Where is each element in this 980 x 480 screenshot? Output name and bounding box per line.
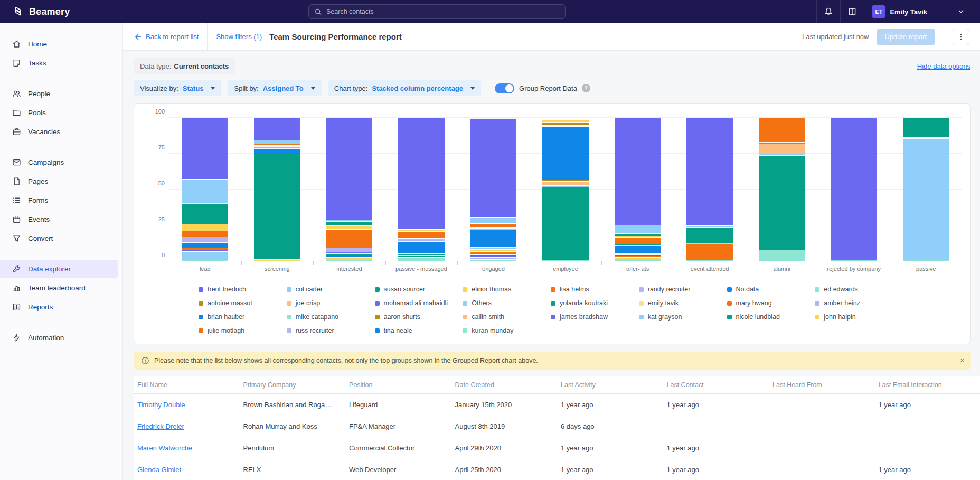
bar-segment-teal[interactable] [254,154,300,259]
knowledge-base-button[interactable] [841,0,864,23]
sidebar-item-pools[interactable]: Pools [0,103,118,121]
bar-segment-mint[interactable] [398,257,445,261]
bar-segment-lavender[interactable] [182,237,228,242]
bar-segment-indigo[interactable] [398,118,445,229]
legend-item-kat-grayson: kat grayson [639,313,722,321]
search-input[interactable] [326,8,560,15]
legend-item-trent-friedrich: trent friedrich [199,286,281,293]
sidebar-item-tasks[interactable]: Tasks [0,54,118,72]
legend-swatch [639,315,644,319]
bar-segment-mint[interactable] [759,250,805,261]
x-axis-label-employee: employee [530,262,602,272]
bar-segment-indigo[interactable] [470,118,516,217]
help-icon[interactable]: ? [582,84,590,92]
hide-data-options-link[interactable]: Hide data options [917,62,970,70]
bar-segment-mint[interactable] [831,260,877,261]
bar-segment-indigo[interactable] [615,118,661,225]
report-header: Back to report list Show filters (1) Tea… [123,23,980,51]
bar-segment-teal[interactable] [326,221,372,225]
legend-swatch [375,315,380,319]
bar-segment-mint[interactable] [542,260,589,261]
bar-segment-orange[interactable] [182,231,228,237]
bar-segment-mint[interactable] [615,259,661,261]
bar-segment-orange[interactable] [326,229,372,248]
bar-segment-blue[interactable] [182,242,228,247]
sidebar-item-reports[interactable]: Reports [0,298,118,316]
more-options-button[interactable] [953,29,969,45]
bar-segment-blue[interactable] [615,245,661,253]
bar-segment-peach[interactable] [542,181,589,185]
contact-name-link[interactable]: Friedrick Dreier [137,422,184,430]
visualize-by-dropdown[interactable]: Visualize by: Status [134,80,221,96]
bar-segment-mint[interactable] [470,259,516,261]
bar-segment-sky[interactable] [254,140,300,144]
sidebar-item-label: Pools [28,109,46,117]
brand[interactable]: Beamery [0,6,137,17]
bar-segment-mint[interactable] [903,260,949,261]
user-avatar[interactable]: ET [872,5,885,18]
bar-segment-indigo[interactable] [254,118,300,140]
user-menu-button[interactable] [957,7,965,16]
bar-segment-teal[interactable] [542,187,589,260]
bar-segment-teal[interactable] [182,203,228,224]
bar-segment-blue[interactable] [542,126,589,180]
bar-segment-lavender[interactable] [326,248,372,252]
bar-segment-teal[interactable] [903,118,949,137]
contact-name-link[interactable]: Glenda Gimlet [137,466,181,474]
bar-segment-orange[interactable] [470,223,516,227]
sidebar-item-forms[interactable]: Forms [0,191,118,209]
bar-segment-sky[interactable] [182,251,228,260]
sidebar-item-data-explorer[interactable]: Data explorer [0,260,118,278]
sidebar-item-campaigns[interactable]: Campaigns [0,153,118,171]
sidebar-item-events[interactable]: Events [0,210,118,228]
sidebar-item-team-leaderboard[interactable]: Team leaderboard [0,279,118,297]
legend-item-joe-crisp: joe crisp [287,299,370,307]
bar-segment-indigo[interactable] [686,118,733,225]
bar-segment-mint[interactable] [182,260,228,261]
legend-label: nicole lundblad [736,313,780,321]
split-by-dropdown[interactable]: Split by: Assigned To [228,80,321,96]
bar-segment-blue[interactable] [470,230,516,247]
banner-close-icon[interactable]: × [960,356,965,365]
bar-segment-yellow[interactable] [254,259,300,261]
bar-segment-blue[interactable] [398,241,445,253]
back-to-report-list-link[interactable]: Back to report list [134,33,199,41]
contact-name-link[interactable]: Maren Walworche [137,444,192,452]
bar-segment-blue[interactable] [254,148,300,154]
main-panel: Back to report list Show filters (1) Tea… [123,23,980,480]
bar-segment-sky[interactable] [470,217,516,223]
sidebar-item-pages[interactable]: Pages [0,172,118,190]
bar-segment-mint[interactable] [686,260,733,261]
bar-segment-mint[interactable] [326,260,372,261]
chart-type-dropdown[interactable]: Chart type: Stacked column percentage [328,80,481,96]
sidebar-item-automation[interactable]: Automation [0,328,118,346]
sidebar-item-home[interactable]: Home [0,35,118,53]
sidebar-item-vacancies[interactable]: Vacancies [0,123,118,140]
show-filters-link[interactable]: Show filters (1) [216,33,262,41]
sidebar-item-convert[interactable]: Convert [0,229,118,247]
bar-segment-sky[interactable] [182,179,228,203]
table-cell: 1 year ago [561,401,667,409]
bar-segment-indigo[interactable] [326,118,372,220]
x-axis-label-event-attended: event attended [674,262,746,272]
sidebar-item-people[interactable]: People [0,84,118,102]
bar-segment-sky[interactable] [615,225,661,233]
bar-segment-indigo[interactable] [182,118,228,179]
sidebar-item-label: Forms [28,196,48,204]
bar-segment-teal[interactable] [686,227,733,243]
bar-segment-sky[interactable] [903,138,949,260]
bar-segment-indigo[interactable] [831,118,877,260]
group-report-data-toggle[interactable] [495,83,514,93]
search-bar[interactable] [308,4,566,19]
update-report-button[interactable]: Update report [877,29,936,45]
bar-segment-teal[interactable] [759,155,805,249]
bar-segment-yellow[interactable] [326,225,372,229]
bar-segment-orange[interactable] [615,237,661,244]
contact-name-link[interactable]: Timothy Double [137,401,185,409]
bar-segment-orange[interactable] [686,244,733,260]
bar-segment-orange[interactable] [759,118,805,142]
bar-segment-orange[interactable] [398,231,445,238]
bar-segment-peach[interactable] [759,144,805,154]
bar-segment-yellow[interactable] [182,224,228,231]
notifications-button[interactable] [817,0,840,23]
